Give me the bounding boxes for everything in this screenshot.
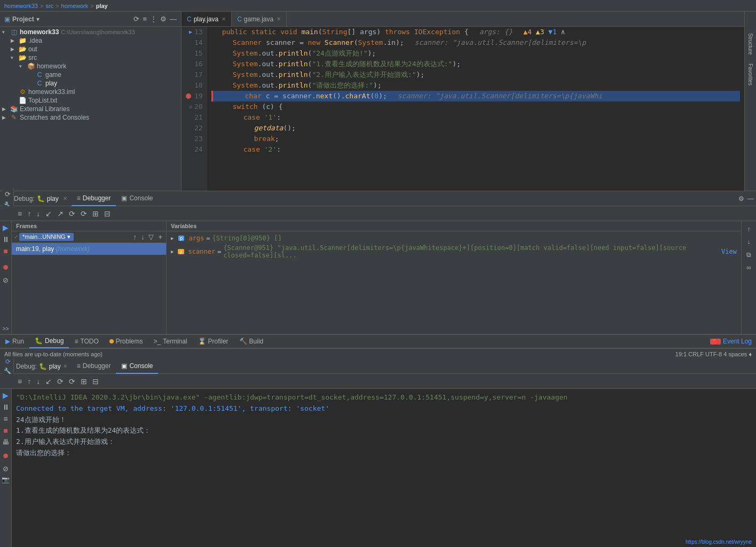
run-gutter-icon[interactable]: ▶: [189, 27, 192, 37]
down-frame-icon[interactable]: ↓: [139, 232, 146, 241]
stop-icon[interactable]: ■: [3, 247, 7, 255]
tree-item-homework33[interactable]: ▾ ◫ homework33 C:\Users\wang\homework33: [0, 28, 181, 36]
mute-icon[interactable]: ⊘: [3, 276, 9, 284]
tab-play-java[interactable]: C play.java ✕: [182, 12, 232, 26]
tab-game-java[interactable]: C game.java ✕: [232, 12, 287, 26]
frame-item-main[interactable]: main:19, play (homework): [12, 243, 166, 255]
grid-icon[interactable]: ⊞: [91, 209, 100, 218]
minimize-debug-icon[interactable]: —: [747, 195, 754, 202]
con-step-icon[interactable]: ≡: [16, 377, 23, 386]
sidebar-dropdown-icon[interactable]: ▾: [36, 15, 40, 23]
tree-item-play[interactable]: C play: [0, 79, 181, 88]
tab-todo[interactable]: ≡ TODO: [69, 334, 104, 348]
event-log-label[interactable]: Event Log: [723, 338, 752, 345]
console-debugger-tab[interactable]: ≡ Debugger: [72, 359, 116, 374]
pause-icon[interactable]: ⏸: [2, 235, 10, 244]
breadcrumb-item-4[interactable]: play: [96, 3, 108, 9]
split-icon[interactable]: ⊟: [103, 209, 112, 218]
fold-icon[interactable]: ◇: [189, 101, 192, 112]
thread-select-btn[interactable]: *main...UNNING ▾: [19, 233, 74, 241]
console-line-5: 2.用户输入表达式并开始游戏：: [16, 436, 752, 448]
minimize-icon[interactable]: —: [170, 15, 177, 23]
debug-run-close[interactable]: ✕: [63, 196, 67, 201]
expand-icon[interactable]: >>: [3, 326, 9, 332]
code-area[interactable]: public static void main(String[] args) t…: [207, 27, 744, 191]
settings-icon[interactable]: ⚙: [738, 195, 744, 202]
con-grid-icon[interactable]: ⊞: [79, 377, 89, 386]
arrow-up-side[interactable]: ↑: [743, 223, 755, 235]
sync-icon[interactable]: ⟳: [133, 15, 139, 23]
tab-console-debug[interactable]: ▣ Console: [116, 191, 158, 206]
trace2-icon[interactable]: ⟳: [79, 209, 89, 218]
console-pause-btn[interactable]: ⏸: [2, 403, 10, 411]
tab-play-close[interactable]: ✕: [222, 16, 226, 22]
url-hint[interactable]: https://blog.csdn.net/wryyne: [686, 539, 752, 545]
tree-item-iml[interactable]: ⚙ homework33.iml: [0, 88, 181, 96]
tree-item-homework[interactable]: ▾ 📦 homework: [0, 62, 181, 71]
tab-terminal[interactable]: >_ Terminal: [148, 334, 193, 348]
console-resume-btn[interactable]: ▶: [3, 391, 9, 400]
tab-debugger[interactable]: ≡ Debugger: [72, 191, 116, 206]
line-num-21: 21: [186, 112, 203, 123]
step-into-icon[interactable]: ↑: [26, 209, 33, 218]
code-line-24: case '2':: [211, 144, 740, 155]
line-num-20: ◇ 20: [186, 101, 203, 112]
tab-problems[interactable]: Problems: [104, 334, 148, 348]
favorites-label[interactable]: Favorites: [747, 64, 753, 85]
up-frame-icon[interactable]: ↑: [131, 232, 138, 241]
dots-icon[interactable]: ⋮: [150, 15, 157, 23]
console-rerun[interactable]: ⟳: [5, 359, 11, 365]
console-print-btn[interactable]: 🖶: [2, 438, 9, 446]
tree-item-toplist[interactable]: 📄 TopList.txt: [0, 96, 181, 105]
tree-item-src[interactable]: ▾ 📂 src: [0, 53, 181, 62]
gear-icon[interactable]: ⚙: [160, 15, 167, 23]
right-panel: Structure Favorites: [744, 12, 756, 191]
console-stop-btn[interactable]: ■: [3, 426, 7, 435]
console-run-tab[interactable]: play: [49, 363, 61, 370]
arrow-down-side[interactable]: ↓: [743, 236, 755, 248]
breadcrumb-item-3[interactable]: homework: [61, 3, 89, 9]
con-trace2-icon[interactable]: ⟳: [67, 377, 77, 386]
copy-side[interactable]: ⧉: [743, 249, 755, 261]
infinity-side[interactable]: ∞: [743, 262, 755, 274]
tree-item-idea[interactable]: ▶ 📁 .idea: [0, 36, 181, 45]
tab-profiler[interactable]: ⌛ Profiler: [193, 334, 234, 348]
console-mute-btn[interactable]: ⊘: [3, 465, 9, 473]
breadcrumb-item-2[interactable]: src: [45, 3, 53, 9]
trace-icon[interactable]: ⟳: [67, 209, 77, 218]
todo-icon: ≡: [74, 338, 78, 345]
debug-run-tab[interactable]: play: [47, 195, 59, 202]
tree-item-scratches[interactable]: ▶ ✎ Scratches and Consoles: [0, 113, 181, 122]
console-console-tab[interactable]: ▣ Console: [116, 359, 158, 374]
con-split-icon[interactable]: ⊟: [91, 377, 100, 386]
step-out-icon[interactable]: ↓: [35, 209, 42, 218]
tree-item-out[interactable]: ▶ 📂 out: [0, 45, 181, 53]
tab-game-close[interactable]: ✕: [277, 16, 281, 22]
tree-item-external[interactable]: ▶ 📚 External Libraries: [0, 105, 181, 113]
structure-label[interactable]: Structure: [747, 33, 753, 55]
breakpoint-icon[interactable]: [186, 93, 191, 99]
console-breakpoint-btn[interactable]: ●: [2, 449, 9, 462]
filter-icon[interactable]: ▽: [147, 232, 155, 241]
breakpoint-btn[interactable]: ●: [2, 261, 9, 273]
con-down-icon[interactable]: ↓: [35, 377, 42, 386]
view-link[interactable]: View: [721, 248, 737, 255]
step-over-icon[interactable]: ≡: [16, 209, 23, 218]
tab-build[interactable]: 🔨 Build: [234, 334, 269, 348]
evaluate-icon[interactable]: ↗: [56, 209, 65, 218]
add-icon[interactable]: +: [156, 232, 164, 241]
con-resume-icon[interactable]: ↙: [44, 377, 53, 386]
breadcrumb-item-1[interactable]: homework33: [4, 3, 38, 9]
con-up-icon[interactable]: ↑: [26, 377, 33, 386]
tree-item-game[interactable]: C game: [0, 71, 181, 79]
rerun-icon[interactable]: ⟳: [5, 190, 11, 198]
tab-debug[interactable]: 🐛 Debug: [29, 334, 69, 348]
run-to-cursor-icon[interactable]: ↙: [44, 209, 53, 218]
console-step-btn[interactable]: ≡: [3, 415, 7, 423]
resume-icon[interactable]: ▶: [3, 223, 9, 232]
tab-run[interactable]: ▶ Run: [0, 334, 29, 348]
collapse-icon[interactable]: ≡: [143, 15, 147, 23]
con-trace-icon[interactable]: ⟳: [56, 377, 65, 386]
console-camera-btn[interactable]: 📷: [2, 476, 10, 483]
console-run-close[interactable]: ✕: [63, 363, 67, 369]
